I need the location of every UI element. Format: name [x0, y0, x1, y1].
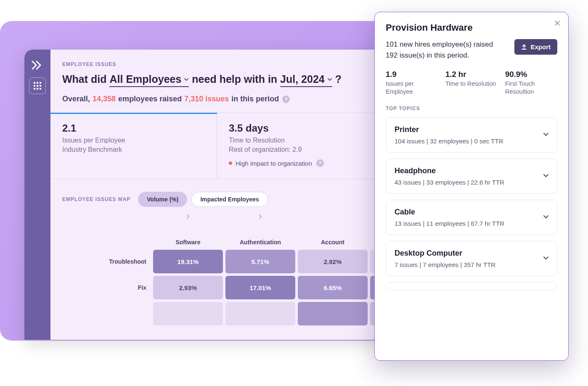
active-tab-underline [50, 113, 217, 114]
period-value: Jul, 2024 [280, 73, 325, 85]
chevron-right-icon [258, 214, 262, 219]
topic-subtitle: 13 issues | 11 employees | 67.7 hr TTR [395, 220, 548, 227]
topic-title: Headphone [395, 167, 548, 175]
grid-button[interactable] [29, 77, 46, 94]
metric-label: Issues per Employee [62, 137, 205, 144]
heatmap-cell[interactable] [298, 302, 368, 325]
impact-dot-icon [229, 161, 232, 165]
panel-metric-label: Issues per Employee [386, 80, 438, 96]
svg-rect-3 [34, 85, 35, 87]
panel-metric: 1.9 Issues per Employee [386, 70, 438, 96]
row-label: Fix [100, 284, 151, 291]
metric-card-issues-per-employee[interactable]: 2.1 Issues per Employee Industry Benchma… [50, 113, 217, 179]
employee-count: 14,358 [93, 95, 116, 103]
panel-metric: 90.9% First Touch Resoultion [505, 70, 557, 96]
panel-metric: 1.2 hr Time to Resolution [445, 70, 498, 96]
svg-rect-0 [34, 82, 35, 84]
summary-mid1: employees raised [118, 95, 182, 103]
panel-metric-value: 90.9% [505, 70, 557, 79]
chevron-down-icon [543, 131, 549, 139]
panel-metrics: 1.9 Issues per Employee 1.2 hr Time to R… [386, 70, 557, 96]
svg-rect-4 [37, 85, 38, 87]
help-icon[interactable]: ? [316, 159, 324, 167]
topic-card[interactable]: Cable 13 issues | 11 employees | 67.7 hr… [386, 200, 557, 235]
help-icon[interactable]: ? [282, 95, 290, 103]
topic-subtitle: 104 issues | 32 employees | 0 sec TTR [395, 137, 548, 145]
close-button[interactable] [552, 18, 562, 28]
svg-rect-2 [40, 82, 41, 84]
issue-count: 7,310 issues [184, 95, 229, 103]
heatmap-cell[interactable]: 5.71% [225, 250, 295, 273]
map-pill-group: Volume (%) Impacted Employees [138, 192, 268, 207]
period-dropdown[interactable]: Jul, 2024 [280, 73, 332, 87]
map-title: EMPLOYEE ISSUES MAP [62, 196, 130, 202]
column-header: Software [153, 239, 223, 246]
chevron-down-icon [543, 254, 549, 263]
close-icon [554, 20, 560, 26]
svg-rect-5 [40, 85, 41, 87]
svg-rect-1 [37, 82, 38, 84]
svg-rect-7 [37, 88, 38, 90]
topic-title: Desktop Computer [395, 249, 548, 258]
column-header: Authentication [225, 239, 295, 246]
heatmap-cell[interactable]: 6.65% [298, 276, 368, 299]
top-topics-heading: TOP TOPICS [386, 106, 557, 111]
chevron-down-icon [543, 172, 549, 180]
topic-title: Cable [395, 208, 548, 217]
topic-subtitle: 7 issues | 7 employees | 357 hr TTR [395, 261, 548, 268]
svg-rect-6 [34, 88, 35, 90]
topic-card[interactable]: Printer 104 issues | 32 employees | 0 se… [386, 117, 557, 153]
column-expand[interactable] [153, 214, 223, 219]
heatmap-cell[interactable] [225, 302, 295, 325]
pill-volume[interactable]: Volume (%) [138, 192, 187, 207]
panel-metric-value: 1.9 [386, 70, 438, 79]
question-prefix: What did [62, 73, 109, 85]
grid-icon [33, 82, 42, 90]
topic-title: Printer [395, 125, 548, 134]
segment-dropdown[interactable]: All Employees [109, 73, 189, 87]
question-suffix: ? [335, 73, 342, 85]
chevron-down-icon [543, 213, 549, 222]
segment-value: All Employees [109, 73, 181, 85]
row-label: Troubleshoot [100, 258, 151, 265]
upload-icon [521, 44, 527, 50]
heatmap-cell[interactable]: 17.01% [225, 276, 295, 299]
chevron-right-icon [186, 214, 190, 219]
panel-metric-label: Time to Resolution [445, 80, 498, 88]
summary-suffix: in this period [231, 95, 279, 103]
topic-card[interactable] [386, 282, 557, 291]
export-label: Export [530, 43, 551, 50]
heatmap-cell[interactable] [153, 302, 223, 325]
topic-subtitle: 43 issues | 33 employees | 22.6 hr TTR [395, 179, 548, 186]
summary-prefix: Overall, [62, 95, 90, 103]
detail-panel: Provision Hardware 101 new hires employe… [374, 12, 569, 361]
impact-text: High impact to organization [236, 160, 312, 167]
export-button[interactable]: Export [514, 39, 557, 55]
panel-title: Provision Hardware [386, 22, 557, 33]
chevron-down-icon [327, 77, 332, 82]
chevron-down-icon [184, 77, 189, 82]
heatmap-cell[interactable]: 19.31% [153, 250, 223, 273]
heatmap-cell[interactable]: 2.92% [298, 250, 368, 273]
column-expand[interactable] [225, 214, 295, 219]
panel-metric-value: 1.2 hr [445, 70, 498, 79]
metric-value: 2.1 [62, 122, 205, 134]
heatmap-cell[interactable]: 2.93% [153, 276, 223, 299]
column-header: Account [298, 239, 368, 246]
topic-card[interactable]: Desktop Computer 7 issues | 7 employees … [386, 241, 557, 276]
panel-metric-label: First Touch Resoultion [505, 80, 557, 96]
metric-sublabel: Industry Benchmark [62, 146, 205, 153]
panel-description: 101 new hires employee(s) raised 192 iss… [386, 39, 503, 61]
topic-card[interactable]: Headphone 43 issues | 33 employees | 22.… [386, 159, 557, 194]
question-mid: need help with in [192, 73, 280, 85]
forward-icon [32, 61, 43, 70]
svg-rect-8 [40, 88, 41, 90]
pill-impacted-employees[interactable]: Impacted Employees [191, 192, 268, 207]
sidebar [24, 50, 50, 340]
